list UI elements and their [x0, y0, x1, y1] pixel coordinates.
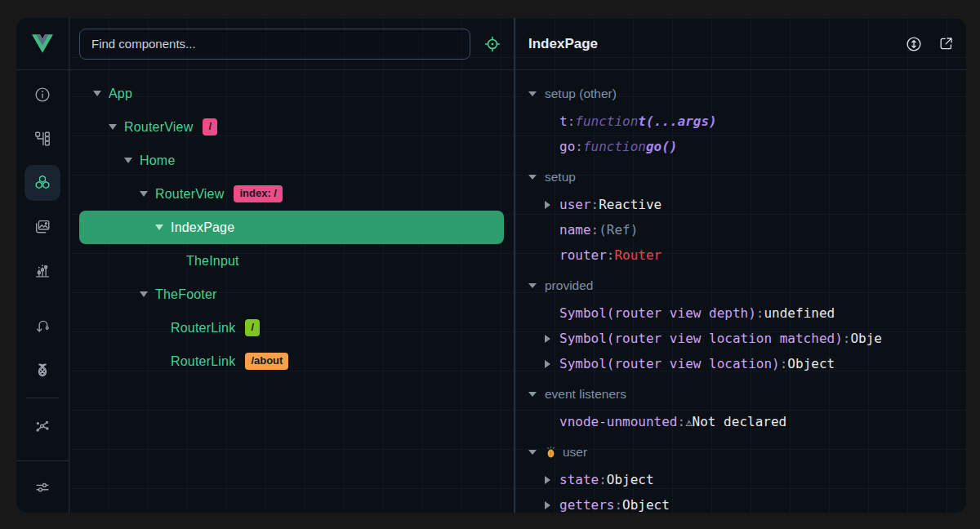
prop-key: user: [559, 197, 591, 212]
collapse-triangle-icon[interactable]: [528, 175, 537, 180]
components-panel: AppRouterView/HomeRouterViewindex: /Inde…: [69, 18, 514, 513]
expand-arrow-icon[interactable]: [545, 201, 559, 209]
prop-key: name: [559, 222, 591, 238]
tree-row-indexpage[interactable]: IndexPage: [79, 211, 504, 244]
prop-row-name[interactable]: name : (Ref): [528, 217, 966, 242]
expand-arrow-icon[interactable]: [545, 360, 559, 368]
nav-assets[interactable]: [24, 209, 60, 245]
prop-key: Symbol(router view location): [559, 356, 780, 371]
prop-value-fn-sig: go(): [646, 139, 678, 154]
prop-row-symbol-router-view-location-matched-[interactable]: Symbol(router view location matched) : O…: [528, 326, 966, 351]
component-name: IndexPage: [171, 220, 234, 235]
section-event-listeners[interactable]: event listeners: [528, 380, 966, 409]
prop-key: state: [559, 472, 599, 487]
prop-colon: :: [575, 139, 583, 154]
pinia-pineapple-wrap: [545, 446, 557, 459]
expand-triangle-icon[interactable]: [140, 291, 148, 297]
collapse-triangle-icon[interactable]: [528, 91, 537, 96]
tree-row-home[interactable]: Home: [79, 144, 504, 177]
collapse-triangle-icon[interactable]: [528, 450, 537, 455]
route-badge: /about: [245, 353, 288, 370]
collapse-triangle-icon[interactable]: [528, 392, 537, 397]
prop-value-fn-sig: t(...args): [638, 113, 716, 129]
devtools-window: AppRouterView/HomeRouterViewindex: /Inde…: [16, 18, 966, 513]
tree-row-routerview[interactable]: RouterView/: [79, 110, 504, 144]
prop-row-t[interactable]: t : function t(...args): [528, 109, 966, 134]
expand-arrow-icon[interactable]: [545, 476, 559, 484]
prop-colon: :: [607, 247, 615, 263]
prop-row-symbol-router-view-location-[interactable]: Symbol(router view location) : Object: [528, 351, 966, 376]
expand-collapse-all-button[interactable]: [905, 35, 923, 53]
nav-pinia[interactable]: [24, 352, 60, 388]
prop-row-user[interactable]: user : Reactive: [528, 192, 966, 217]
prop-colon: :: [756, 305, 764, 321]
prop-colon: :: [599, 472, 607, 487]
nav-divider: [26, 398, 59, 398]
section-setup-other-[interactable]: setup (other): [528, 79, 966, 109]
prop-value-muted: (Ref): [599, 222, 638, 238]
component-name: RouterView: [124, 120, 193, 135]
tree-row-app[interactable]: App: [79, 77, 504, 110]
expand-triangle-icon[interactable]: [93, 91, 101, 96]
component-name: Home: [140, 153, 175, 168]
select-component-button[interactable]: [483, 35, 501, 53]
section-label: setup: [545, 170, 576, 184]
right-triangle: [545, 476, 550, 484]
prop-colon: :: [591, 197, 599, 212]
sidebar-footer: [16, 460, 69, 513]
prop-value-red: Router: [614, 247, 662, 263]
components-hexagons-icon: [33, 174, 51, 192]
section-setup[interactable]: setup: [528, 162, 966, 192]
mixer-sliders-icon: [33, 262, 51, 280]
nav-hierarchy[interactable]: [24, 121, 60, 157]
nav-graph[interactable]: [24, 408, 60, 444]
prop-key: Symbol(router view location matched): [559, 331, 843, 346]
right-triangle: [545, 201, 550, 209]
prop-value-fn-kw: function: [583, 139, 646, 154]
nav-timeline[interactable]: [24, 253, 60, 289]
nav-info[interactable]: [24, 77, 60, 113]
vue-logo[interactable]: [16, 18, 69, 70]
section-user[interactable]: user: [528, 438, 966, 467]
right-triangle: [545, 335, 550, 343]
expand-arrow-icon[interactable]: [545, 335, 559, 343]
tree-row-theinput[interactable]: TheInput: [79, 244, 504, 278]
inspector-body: setup (other)t : function t(...args)go :…: [515, 70, 966, 513]
crosshair-target-icon: [483, 35, 501, 53]
nav-settings[interactable]: [24, 469, 60, 505]
collapse-triangle-icon[interactable]: [528, 283, 537, 288]
expand-triangle-icon[interactable]: [140, 191, 148, 197]
prop-value-plain: Object: [787, 356, 835, 371]
tree-row-thefooter[interactable]: TheFooter: [79, 278, 504, 311]
expand-triangle-icon[interactable]: [109, 124, 117, 130]
tree-row-routerlink[interactable]: RouterLink/about: [79, 345, 504, 378]
prop-row-state[interactable]: state : Object: [528, 467, 966, 492]
images-icon: [33, 218, 51, 236]
section-label: event listeners: [545, 387, 626, 402]
section-label: provided: [545, 278, 593, 293]
prop-row-symbol-router-view-depth-[interactable]: Symbol(router view depth) : undefined: [528, 300, 966, 326]
prop-colon: :: [843, 331, 851, 346]
prop-row-getters[interactable]: getters : Object: [528, 492, 966, 513]
expand-triangle-icon[interactable]: [124, 158, 132, 163]
tree-row-routerview[interactable]: RouterViewindex: /: [79, 177, 504, 211]
nav-components[interactable]: [24, 165, 60, 201]
prop-row-router[interactable]: router : Router: [528, 242, 966, 268]
settings-sliders-icon: [33, 478, 51, 496]
nav-router[interactable]: [24, 308, 60, 344]
open-in-editor-icon: [938, 35, 955, 52]
tree-row-routerlink[interactable]: RouterLink/: [79, 311, 504, 345]
hierarchy-icon: [33, 130, 51, 148]
prop-row-vnode-unmounted[interactable]: vnode-unmounted : ⚠ Not declared: [528, 409, 966, 434]
prop-key: vnode-unmounted: [559, 414, 678, 429]
expand-arrow-icon[interactable]: [545, 501, 559, 509]
component-name: RouterLink: [171, 321, 235, 336]
prop-colon: :: [678, 414, 686, 429]
expand-triangle-icon[interactable]: [155, 224, 163, 230]
prop-value-plain: undefined: [764, 305, 835, 321]
search-input[interactable]: [79, 29, 470, 60]
section-provided[interactable]: provided: [528, 271, 966, 300]
open-in-editor-button[interactable]: [938, 35, 955, 52]
router-hook-icon: [33, 317, 51, 335]
prop-row-go[interactable]: go : function go(): [528, 134, 966, 159]
